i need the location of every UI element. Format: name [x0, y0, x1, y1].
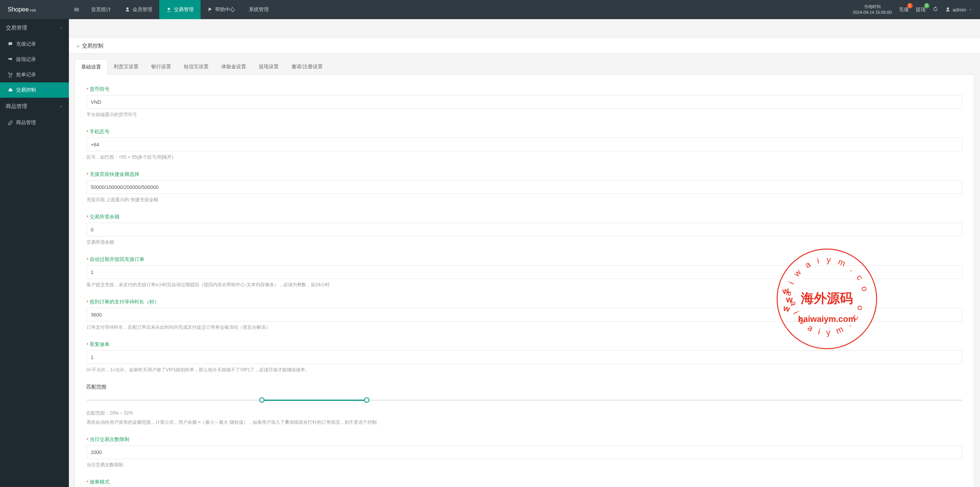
- share-icon: [8, 57, 13, 62]
- user-menu[interactable]: admin: [945, 7, 972, 13]
- brand-version: V18: [29, 8, 36, 12]
- cloud-icon: [8, 87, 13, 93]
- refresh-button[interactable]: [933, 6, 938, 13]
- scale-icon: [166, 7, 172, 12]
- field-daily-limit: *当日交易次数限制 当日交易次数限制: [87, 436, 962, 468]
- cart-icon: [8, 72, 13, 77]
- sidebar-toggle[interactable]: [69, 0, 84, 19]
- sidebar-item-trade-control[interactable]: 交易控制: [0, 82, 69, 98]
- nav-home[interactable]: 首页统计: [84, 0, 118, 19]
- sidebar-group-trade[interactable]: 交易管理: [0, 19, 69, 36]
- phone-prefix-input[interactable]: [87, 138, 962, 151]
- flag-icon: [207, 7, 213, 12]
- field-phone-prefix: *手机区号 区号，如巴西：+55 = 55(多个区号用|隔开): [87, 129, 962, 161]
- user-icon: [945, 7, 951, 12]
- tab-invite[interactable]: 邀请/注册设置: [285, 59, 329, 74]
- match-range-slider[interactable]: [87, 396, 962, 404]
- nav-system[interactable]: 系统管理: [242, 0, 276, 19]
- recharge-badge[interactable]: 充值 1: [899, 6, 909, 13]
- currency-input[interactable]: [87, 95, 962, 109]
- refresh-icon: [933, 6, 938, 12]
- currency-help: 平台前端显示的货币符号: [87, 111, 962, 118]
- breadcrumb: » 交易控制: [69, 38, 980, 54]
- logo: Shopee V18: [0, 6, 69, 13]
- auto-expire-help: 客户提交充值，未支付的充值订单x小时后自动过期驳回（驳回内容在帮助中心-文本内容…: [87, 281, 962, 288]
- repeat-order-help: 0=不允许，1=允许。如果昨天用户做了VIP1级别的单，那么他今天就做不了VIP…: [87, 366, 962, 373]
- sidebar-item-withdraw-log[interactable]: 提现记录: [0, 52, 69, 67]
- topbar: Shopee V18 首页统计 会员管理 交易管理 帮助中心 系统管理 当地时间…: [0, 0, 980, 19]
- field-auto-expire: *自动过期并驳回充值订单 客户提交充值，未支付的充值订单x小时后自动过期驳回（驳…: [87, 256, 962, 288]
- sidebar-item-recharge-log[interactable]: 充值记录: [0, 36, 69, 52]
- field-match-range: 匹配范围 匹配范围：20% ~ 32% 系统自动给用户派单的金额范围，计算公式：…: [87, 384, 962, 426]
- chevron-down-icon: [59, 26, 63, 30]
- nav-help[interactable]: 帮助中心: [201, 0, 242, 19]
- auto-expire-input[interactable]: [87, 265, 962, 279]
- field-recharge-quick: *充值页面快捷金额选择 充值页面 上面显示的 快捷充值金额: [87, 171, 962, 203]
- chevron-up-icon: [969, 8, 972, 11]
- chevron-down-icon: [59, 104, 63, 109]
- local-time: 当地时间 2024-09-14 15:05:00: [853, 4, 892, 16]
- nav-member[interactable]: 会员管理: [118, 0, 159, 19]
- recharge-count: 1: [907, 3, 913, 8]
- trade-balance-help: 交易所需余额: [87, 239, 962, 246]
- breadcrumb-current: 交易控制: [82, 43, 103, 49]
- content: 基础设置 利息宝设置 银行设置 短信宝设置 体验金设置 提现设置 邀请/注册设置…: [69, 54, 980, 487]
- field-trade-balance: *交易所需余额 交易所需余额: [87, 214, 962, 246]
- nav-trade[interactable]: 交易管理: [159, 0, 201, 19]
- tab-withdraw[interactable]: 提现设置: [253, 59, 285, 74]
- tabs: 基础设置 利息宝设置 银行设置 短信宝设置 体验金设置 提现设置 邀请/注册设置: [75, 59, 974, 75]
- sidebar-item-grab-log[interactable]: 抢单记录: [0, 67, 69, 82]
- grab-wait-input[interactable]: [87, 308, 962, 321]
- daily-limit-input[interactable]: [87, 445, 962, 459]
- tab-interest[interactable]: 利息宝设置: [108, 59, 145, 74]
- field-grab-wait: *抢到订单的支付等待时长（秒） 订单支付等待时长，匹配订单后未在此时间内完成支付…: [87, 299, 962, 331]
- tab-bank[interactable]: 银行设置: [145, 59, 178, 74]
- sidebar: 交易管理 充值记录 提现记录 抢单记录 交易控制 商品管理 商品管理: [0, 19, 69, 487]
- menu-icon: [74, 7, 80, 13]
- withdraw-count: 0: [924, 3, 929, 8]
- sidebar-group-product[interactable]: 商品管理: [0, 98, 69, 115]
- withdraw-badge[interactable]: 提现 0: [916, 6, 926, 13]
- user-icon: [125, 7, 130, 12]
- tab-sms[interactable]: 短信宝设置: [178, 59, 215, 74]
- brand-name: Shopee: [8, 6, 29, 13]
- link-icon: [8, 120, 13, 125]
- tab-basic[interactable]: 基础设置: [75, 59, 108, 75]
- phone-prefix-help: 区号，如巴西：+55 = 55(多个区号用|隔开): [87, 154, 962, 161]
- main: » 交易控制 基础设置 利息宝设置 银行设置 短信宝设置 体验金设置 提现设置 …: [69, 38, 980, 487]
- sidebar-item-product-manage[interactable]: 商品管理: [0, 115, 69, 130]
- field-repeat-order: *重复做单 0=不允许，1=允许。如果昨天用户做了VIP1级别的单，那么他今天就…: [87, 341, 962, 373]
- repeat-order-input[interactable]: [87, 350, 962, 364]
- grab-wait-help: 订单支付等待时长，匹配订单后未在此时间内完成支付提交订单将会被冻结（需后台解冻）: [87, 324, 962, 331]
- recharge-quick-help: 充值页面 上面显示的 快捷充值金额: [87, 196, 962, 203]
- tab-panel-basic: *货币符号 平台前端显示的货币符号 *手机区号 区号，如巴西：+55 = 55(…: [75, 75, 974, 487]
- match-range-help: 系统自动给用户派单的金额范围，计算公式：用户余额 ×（最小～最大 随机值），如果…: [87, 419, 962, 426]
- daily-limit-help: 当日交易次数限制: [87, 461, 962, 468]
- recharge-quick-input[interactable]: [87, 180, 962, 194]
- trade-balance-input[interactable]: [87, 223, 962, 236]
- slider-knob-min[interactable]: [259, 397, 265, 403]
- comment-icon: [8, 41, 13, 47]
- slider-knob-max[interactable]: [364, 397, 369, 403]
- field-order-mode: *做单模式 1 叠加模式（做完当前等级单数，升级后可再做新等级的单数），2固定模…: [87, 479, 962, 487]
- field-currency: *货币符号 平台前端显示的货币符号: [87, 86, 962, 118]
- breadcrumb-arrow: »: [77, 43, 80, 49]
- topbar-right: 当地时间 2024-09-14 15:05:00 充值 1 提现 0 admin: [853, 4, 980, 16]
- tab-trial[interactable]: 体验金设置: [215, 59, 253, 74]
- match-range-value: 匹配范围：20% ~ 32%: [87, 410, 962, 416]
